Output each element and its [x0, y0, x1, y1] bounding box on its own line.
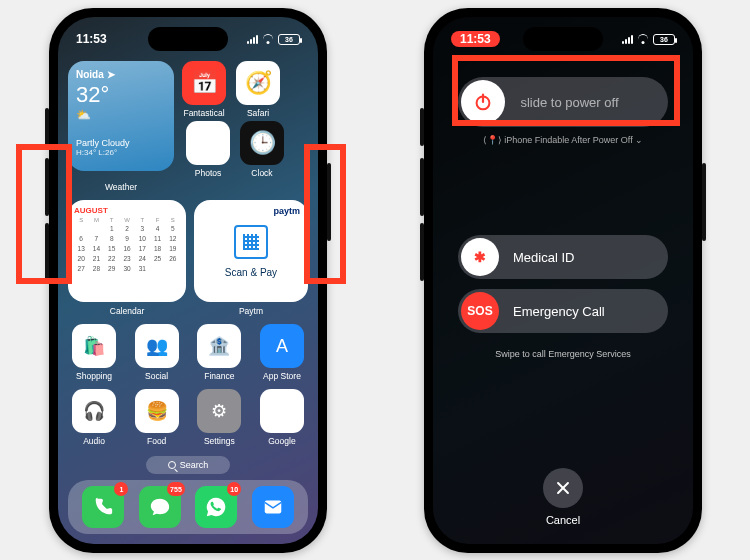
medical-id-slider[interactable]: ✱ Medical ID: [458, 235, 668, 279]
app-clock[interactable]: 🕒Clock: [240, 121, 284, 178]
paytm-caption: Scan & Pay: [225, 267, 277, 278]
app-label: Audio: [83, 436, 105, 446]
weather-hilo: H:34° L:26°: [76, 148, 166, 157]
app-google[interactable]: GGoogle: [260, 389, 304, 446]
battery-icon: 36: [653, 34, 675, 45]
dock: 175510: [68, 480, 308, 534]
dock-messages[interactable]: 755: [139, 486, 181, 528]
svg-rect-0: [264, 501, 281, 514]
sos-knob[interactable]: SOS: [461, 292, 499, 330]
app-label: Photos: [195, 168, 221, 178]
paytm-widget[interactable]: paytm Scan & Pay: [194, 200, 308, 302]
weather-widget[interactable]: Noida ➤ 32° ⛅ Partly Cloudy H:34° L:26°: [68, 61, 174, 171]
badge: 755: [167, 482, 185, 496]
mute-switch[interactable]: [420, 108, 424, 146]
calendar-widget-label: Calendar: [68, 306, 186, 316]
settings-icon: ⚙︎: [197, 389, 241, 433]
weather-temp: 32°: [76, 82, 166, 108]
weather-condition: Partly Cloudy: [76, 138, 166, 148]
dock-whatsapp[interactable]: 10: [195, 486, 237, 528]
swipe-hint: Swipe to call Emergency Services: [495, 349, 631, 359]
safari-icon: 🧭: [236, 61, 280, 105]
calendar-month: AUGUST: [74, 206, 180, 215]
calendar-grid: SMTWTFS123456789101112131415161718192021…: [74, 217, 180, 273]
app-label: Shopping: [76, 371, 112, 381]
wifi-icon: [262, 34, 274, 44]
app-label: Fantastical: [183, 108, 224, 118]
app-label: App Store: [263, 371, 301, 381]
volume-up-button[interactable]: [420, 158, 424, 216]
shopping-icon: 🛍️: [72, 324, 116, 368]
paytm-logo: paytm: [273, 206, 300, 216]
app-finance[interactable]: 🏦Finance: [197, 324, 241, 381]
status-time: 11:53: [76, 32, 107, 46]
app-row-4: 🎧Audio🍔Food⚙︎SettingsGGoogle: [68, 389, 308, 446]
app-label: Google: [268, 436, 295, 446]
cloud-icon: ⛅: [76, 108, 166, 122]
app-label: Food: [147, 436, 166, 446]
app-label: Finance: [204, 371, 234, 381]
status-time: 11:53: [451, 31, 500, 47]
search-icon: [168, 461, 176, 469]
weather-city: Noida: [76, 69, 104, 80]
badge: 10: [227, 482, 241, 496]
app-label: Safari: [247, 108, 269, 118]
badge: 1: [114, 482, 128, 496]
phone-home-screen: 11:53 36 Noida ➤ 32° ⛅ Partly Cloudy H:3…: [49, 8, 327, 553]
fantastical-icon: 📅: [182, 61, 226, 105]
wifi-icon: [637, 34, 649, 44]
app-app-store[interactable]: AApp Store: [260, 324, 304, 381]
medical-id-label: Medical ID: [513, 250, 574, 265]
highlight-volume-buttons: [16, 144, 72, 284]
app-label: Social: [145, 371, 168, 381]
clock-icon: 🕒: [240, 121, 284, 165]
dock-phone[interactable]: 1: [82, 486, 124, 528]
close-icon: [543, 468, 583, 508]
social-icon: 👥: [135, 324, 179, 368]
audio-icon: 🎧: [72, 389, 116, 433]
cancel-label: Cancel: [546, 514, 580, 526]
qr-icon: [234, 225, 268, 259]
app-shopping[interactable]: 🛍️Shopping: [72, 324, 116, 381]
highlight-power-slider: [452, 55, 680, 126]
app-photos[interactable]: ❋Photos: [186, 121, 230, 178]
search-button[interactable]: Search: [146, 456, 230, 474]
app-label: Settings: [204, 436, 235, 446]
emergency-call-label: Emergency Call: [513, 304, 605, 319]
medical-id-knob[interactable]: ✱: [461, 238, 499, 276]
weather-widget-label: Weather: [68, 182, 174, 192]
app store-icon: A: [260, 324, 304, 368]
battery-icon: 36: [278, 34, 300, 45]
photos-icon: ❋: [186, 121, 230, 165]
google-icon: G: [260, 389, 304, 433]
signal-icon: [622, 34, 633, 44]
dynamic-island[interactable]: [523, 27, 603, 51]
side-button[interactable]: [702, 163, 706, 241]
app-label: Clock: [251, 168, 272, 178]
finance-icon: 🏦: [197, 324, 241, 368]
paytm-widget-label: Paytm: [194, 306, 308, 316]
calendar-widget[interactable]: AUGUST SMTWTFS12345678910111213141516171…: [68, 200, 186, 302]
highlight-side-button: [304, 144, 346, 284]
findable-text: ⟨📍⟩ iPhone Findable After Power Off ⌄: [483, 135, 643, 145]
mute-switch[interactable]: [45, 108, 49, 146]
app-food[interactable]: 🍔Food: [135, 389, 179, 446]
dock-mail[interactable]: [252, 486, 294, 528]
location-arrow-icon: ➤: [107, 69, 115, 80]
dynamic-island[interactable]: [148, 27, 228, 51]
food-icon: 🍔: [135, 389, 179, 433]
app-audio[interactable]: 🎧Audio: [72, 389, 116, 446]
app-row-3: 🛍️Shopping👥Social🏦FinanceAApp Store: [68, 324, 308, 381]
emergency-call-slider[interactable]: SOS Emergency Call: [458, 289, 668, 333]
volume-down-button[interactable]: [420, 223, 424, 281]
signal-icon: [247, 34, 258, 44]
cancel-button[interactable]: Cancel: [543, 468, 583, 526]
search-label: Search: [180, 460, 209, 470]
app-social[interactable]: 👥Social: [135, 324, 179, 381]
app-settings[interactable]: ⚙︎Settings: [197, 389, 241, 446]
